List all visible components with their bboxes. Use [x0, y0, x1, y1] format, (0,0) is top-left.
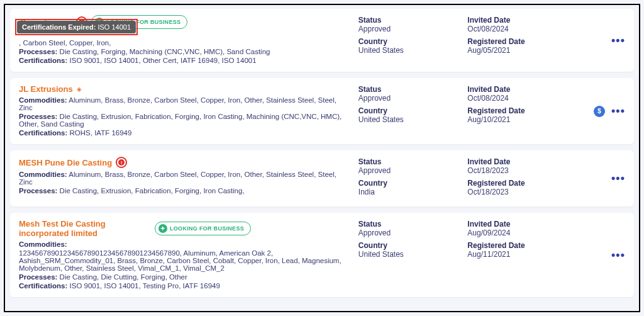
status-value: Approved — [358, 94, 468, 103]
country-value: United States — [358, 46, 468, 55]
registered-value: Aug/10/2021 — [467, 115, 577, 124]
certifications-label: Certifications: — [19, 282, 67, 290]
invited-label: Invited Date — [467, 85, 577, 94]
cert-expired-tooltip: Certifications Expired: ISO 14001 — [15, 19, 138, 35]
invited-value: Aug/09/2024 — [467, 229, 577, 237]
registered-value: Oct/18/2023 — [467, 188, 577, 196]
registered-label: Registered Date — [467, 37, 577, 46]
tooltip-label: Certifications Expired: — [22, 23, 96, 31]
supplier-card: Mesh Test Die Casting incorporated limit… — [10, 213, 634, 297]
processes-label: Processes: — [19, 48, 57, 55]
country-label: Country — [358, 241, 468, 250]
certifications-text: ISO 9001, ISO 14001, Testing Pro, IATF 1… — [70, 282, 220, 290]
status-label: Status — [358, 85, 468, 94]
country-label: Country — [358, 179, 468, 188]
star-icon: ✦ — [158, 224, 167, 233]
supplier-card: JL Extrusions ◈ Commodities: Aluminum, B… — [10, 78, 634, 144]
alert-icon[interactable]: ! — [116, 157, 127, 168]
shield-icon: ◈ — [77, 86, 82, 93]
commodities-label: Commodities: — [19, 96, 67, 104]
registered-label: Registered Date — [467, 179, 577, 188]
processes-text: Die Casting, Extrusion, Fabrication, For… — [60, 187, 245, 195]
registered-label: Registered Date — [467, 241, 577, 250]
country-value: United States — [358, 115, 468, 124]
commodities-label: Commodities: — [19, 240, 67, 248]
registered-value: Aug/05/2021 — [467, 46, 577, 55]
processes-label: Processes: — [19, 187, 57, 195]
company-name-link[interactable]: MESH Pune Die Casting — [19, 158, 112, 167]
invited-value: Oct/08/2024 — [467, 25, 577, 33]
more-actions-button[interactable]: ••• — [611, 104, 625, 118]
dollar-icon[interactable]: $ — [594, 106, 605, 117]
more-actions-button[interactable]: ••• — [611, 249, 625, 262]
certifications-label: Certifications: — [19, 57, 67, 64]
invited-value: Oct/18/2023 — [467, 166, 577, 175]
company-name-link[interactable]: Mesh Test Die Casting incorporated limit… — [19, 219, 151, 238]
country-label: Country — [358, 106, 468, 115]
certifications-label: Certifications: — [19, 129, 67, 137]
invited-label: Invited Date — [467, 220, 577, 229]
looking-for-business-badge: ✦ LOOKING FOR BUSINESS — [155, 222, 251, 235]
country-label: Country — [358, 37, 468, 46]
supplier-card: MESH Pune Die Casting ! Commodities: Alu… — [10, 150, 634, 206]
processes-text: Die Casting, Die Cutting, Forging, Other — [60, 273, 187, 281]
status-label: Status — [358, 220, 468, 229]
processes-text: Die Casting, Extrusion, Fabrication, For… — [19, 113, 341, 128]
country-value: India — [358, 188, 468, 196]
registered-value: Aug/11/2021 — [467, 250, 577, 259]
supplier-card: Certifications Expired: ISO 14001 JL cas… — [10, 9, 634, 72]
processes-text: Die Casting, Forging, Machining (CNC,VNC… — [60, 48, 270, 55]
status-value: Approved — [358, 25, 468, 33]
invited-label: Invited Date — [467, 16, 577, 25]
status-value: Approved — [358, 166, 468, 175]
certifications-text: ISO 9001, ISO 14001, Other Cert, IATF 16… — [70, 57, 257, 64]
country-value: United States — [358, 250, 468, 259]
more-actions-button[interactable]: ••• — [611, 34, 625, 47]
commodities-text: , Carbon Steel, Copper, Iron, — [19, 39, 111, 47]
invited-value: Oct/08/2024 — [467, 94, 577, 103]
certifications-text: ROHS, IATF 16949 — [70, 129, 132, 137]
status-label: Status — [358, 157, 468, 166]
company-name-link[interactable]: JL Extrusions — [19, 84, 73, 94]
status-label: Status — [358, 16, 468, 25]
processes-label: Processes: — [19, 273, 57, 281]
commodities-text: 1234567890123456789012345678901234567890… — [19, 249, 341, 272]
invited-label: Invited Date — [467, 157, 577, 166]
commodities-label: Commodities: — [19, 171, 67, 178]
processes-label: Processes: — [19, 113, 57, 120]
more-actions-button[interactable]: ••• — [611, 172, 625, 185]
tooltip-value: ISO 14001 — [97, 23, 131, 31]
registered-label: Registered Date — [467, 106, 577, 115]
results-container: Certifications Expired: ISO 14001 JL cas… — [4, 4, 640, 312]
status-value: Approved — [358, 229, 468, 237]
